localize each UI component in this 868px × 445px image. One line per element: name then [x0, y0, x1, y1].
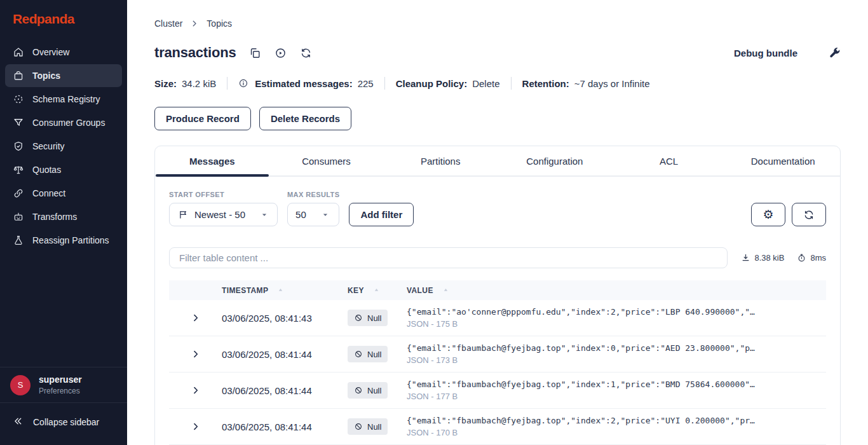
start-offset-select[interactable]: Newest - 50 [169, 203, 278, 226]
debug-bundle-link[interactable]: Debug bundle [734, 48, 797, 58]
key-null-badge: Null [348, 346, 388, 362]
tab-consumers[interactable]: Consumers [269, 146, 384, 175]
wrench-icon[interactable] [828, 46, 841, 59]
cell-value-meta: JSON - 170 B [407, 428, 826, 437]
column-header: TIMESTAMP [222, 286, 268, 295]
column-header: KEY [348, 286, 364, 295]
sidebar-item-topics[interactable]: Topics [5, 64, 122, 87]
sidebar-item-consumer-groups[interactable]: Consumer Groups [5, 111, 122, 134]
tab-bar: Messages Consumers Partitions Configurat… [155, 146, 840, 177]
collapse-sidebar-button[interactable]: Collapse sidebar [0, 402, 127, 445]
cell-value: {"email":"fbaumbach@fyejbag.top","index"… [407, 343, 826, 353]
user-section: S superuser Preferences [0, 367, 127, 402]
gear-icon: ⚙ [763, 209, 773, 221]
sidebar-item-transforms[interactable]: Transforms [5, 205, 122, 228]
sidebar-item-connect[interactable]: Connect [5, 182, 122, 205]
null-icon [354, 386, 363, 395]
add-filter-button[interactable]: Add filter [349, 203, 414, 226]
chevron-right-icon[interactable] [191, 313, 201, 323]
tab-documentation[interactable]: Documentation [726, 146, 840, 175]
download-icon [741, 253, 750, 263]
chevron-right-icon[interactable] [191, 349, 201, 359]
main-content: Cluster Topics transactions Debug bundle… [127, 0, 868, 445]
robot-icon [13, 211, 24, 222]
filter-row: 8.38 kiB 8ms [169, 247, 826, 268]
flag-icon [178, 209, 189, 220]
copy-icon[interactable] [249, 47, 261, 59]
tab-partitions[interactable]: Partitions [383, 146, 498, 175]
sort-key[interactable]: KEY [348, 286, 407, 295]
stat-cleanup-policy: Cleanup Policy: Delete [396, 78, 500, 89]
chevron-right-icon[interactable] [191, 385, 201, 395]
table-row[interactable]: 03/06/2025, 08:41:43 Null {"email":"ao'c… [169, 300, 826, 336]
page-title: transactions [154, 44, 236, 61]
key-null-badge: Null [348, 382, 388, 399]
play-circle-icon[interactable] [275, 47, 287, 59]
start-offset-label: START OFFSET [169, 191, 278, 198]
sidebar-item-label: Security [32, 141, 65, 151]
cell-value-meta: JSON - 175 B [407, 319, 826, 329]
download-size: 8.38 kiB [754, 253, 784, 263]
sort-timestamp[interactable]: TIMESTAMP [222, 286, 348, 295]
preferences-link[interactable]: Preferences [39, 387, 82, 395]
sidebar-item-label: Quotas [32, 165, 61, 175]
stat-label: Cleanup Policy: [396, 78, 468, 89]
cell-timestamp: 03/06/2025, 08:41:44 [222, 349, 348, 360]
stat-label: Size: [154, 78, 177, 89]
tab-configuration[interactable]: Configuration [498, 146, 612, 175]
stopwatch-icon [797, 253, 806, 263]
sidebar-item-label: Connect [32, 188, 65, 198]
refresh-messages-button[interactable] [792, 203, 826, 226]
produce-record-button[interactable]: Produce Record [154, 107, 251, 130]
sort-asc-icon [442, 286, 450, 294]
messages-table: TIMESTAMP KEY VALUE 03/06/2025, 08:41:43… [169, 280, 826, 445]
sidebar-item-quotas[interactable]: Quotas [5, 158, 122, 181]
key-label: Null [367, 313, 381, 323]
refresh-icon[interactable] [300, 47, 312, 59]
schema-registry-icon [13, 93, 24, 105]
topics-icon [13, 70, 24, 81]
sidebar-item-reassign-partitions[interactable]: Reassign Partitions [5, 229, 122, 252]
refresh-icon [803, 209, 815, 221]
info-icon[interactable] [238, 78, 248, 88]
table-row[interactable]: 03/06/2025, 08:41:44 Null {"email":"fbau… [169, 409, 826, 445]
flask-icon [13, 235, 24, 246]
sort-value[interactable]: VALUE [407, 286, 826, 295]
chevron-right-icon[interactable] [191, 421, 201, 432]
settings-button[interactable]: ⚙ [751, 203, 785, 226]
sidebar: Redpanda Overview Topics Schema Registry… [0, 0, 127, 445]
message-controls: START OFFSET Newest - 50 MAX RESULTS 50 … [155, 177, 840, 226]
cell-timestamp: 03/06/2025, 08:41:43 [222, 313, 348, 324]
table-row[interactable]: 03/06/2025, 08:41:44 Null {"email":"fbau… [169, 373, 826, 409]
stat-estimated-messages: Estimated messages: 225 [238, 78, 373, 89]
cell-value: {"email":"fbaumbach@fyejbag.top","index"… [407, 380, 826, 389]
key-label: Null [367, 350, 381, 359]
stat-value: ~7 days or Infinite [574, 78, 650, 89]
max-results-select[interactable]: 50 [287, 203, 339, 226]
sidebar-item-security[interactable]: Security [5, 135, 122, 158]
cell-value-meta: JSON - 177 B [407, 392, 826, 401]
table-row[interactable]: 03/06/2025, 08:41:44 Null {"email":"fbau… [169, 336, 826, 373]
key-label: Null [367, 386, 381, 395]
tab-messages[interactable]: Messages [155, 146, 269, 175]
sidebar-item-schema-registry[interactable]: Schema Registry [5, 88, 122, 111]
delete-records-button[interactable]: Delete Records [259, 107, 351, 130]
sidebar-nav: Overview Topics Schema Registry Consumer… [0, 33, 127, 252]
tab-acl[interactable]: ACL [612, 146, 726, 175]
scale-icon [13, 164, 24, 175]
cell-value: {"email":"ao'conner@pppomfu.edu","index"… [407, 307, 826, 317]
breadcrumb-topics[interactable]: Topics [207, 18, 232, 29]
breadcrumb: Cluster Topics [154, 18, 841, 29]
redpanda-logo[interactable]: Redpanda [0, 0, 127, 33]
key-null-badge: Null [348, 310, 388, 326]
sidebar-item-overview[interactable]: Overview [5, 41, 122, 64]
sidebar-item-label: Topics [32, 71, 60, 81]
sidebar-item-label: Transforms [32, 212, 77, 222]
stat-retention: Retention: ~7 days or Infinite [522, 78, 650, 89]
filter-table-input[interactable] [169, 247, 728, 268]
link-icon [13, 188, 24, 199]
title-row: transactions Debug bundle [154, 44, 841, 61]
cell-timestamp: 03/06/2025, 08:41:44 [222, 385, 348, 396]
breadcrumb-cluster[interactable]: Cluster [154, 18, 182, 29]
sidebar-item-label: Reassign Partitions [32, 235, 109, 245]
